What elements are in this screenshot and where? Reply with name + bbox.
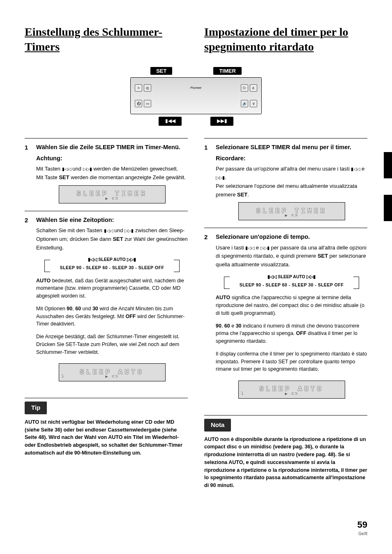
set-word: SET bbox=[318, 253, 328, 259]
it-tip-section: Nota AUTO non è disponibile durante la r… bbox=[204, 415, 367, 489]
de-tip-text: AUTO ist nicht verfügbar bei Wiederholun… bbox=[25, 418, 188, 457]
it-display-sleep-auto: SLEEP AUTO ⤵ ▶ ⊂⊃ bbox=[238, 381, 345, 399]
device-vol-btn: 🔊 bbox=[241, 100, 248, 107]
t: Mit Taste bbox=[36, 174, 59, 180]
side-tabs bbox=[384, 152, 392, 238]
label-set: SET bbox=[150, 67, 172, 75]
t: Mit Tasten bbox=[36, 166, 62, 172]
corner-icon: ⤵ bbox=[241, 390, 243, 397]
it-auto-text: AUTO significa che l'apparecchio si speg… bbox=[216, 294, 367, 317]
it-cycle-diagram: ▮◁◁ SLEEP AUTO ▷▷▮ SLEEP 90 - SLEEP 60 -… bbox=[216, 273, 367, 289]
corner-icon: ⤵ bbox=[62, 373, 64, 380]
n90: 90 bbox=[216, 323, 221, 329]
titles-row: Einstellung des Schlummer-Timers Imposta… bbox=[25, 25, 367, 55]
t: significa che l'apparecchio si spegne al… bbox=[216, 295, 364, 316]
t: Schalten Sie mit den Tasten bbox=[36, 227, 104, 233]
display-subicon: ▶ ⊂⊃ bbox=[285, 212, 298, 219]
it-numbers-text: 90, 60 e 30 indicano il numero di minuti… bbox=[216, 322, 367, 345]
language-code: Ge/It bbox=[358, 531, 367, 536]
prev-icon: ▮◁◁ bbox=[267, 274, 277, 279]
de-cycle-diagram: ▮◁◁ SLEEP AUTO ▷▷▮ SLEEP 90 - SLEEP 60 -… bbox=[36, 256, 188, 272]
t: werden die Menüzeilen gewechselt. bbox=[92, 166, 178, 172]
de-step2-title: Wählen Sie eine Zeitoption: bbox=[36, 215, 188, 225]
it-step-1: 1 Selezionare SLEEP TIMER dal menu per i… bbox=[204, 138, 367, 221]
page-number: 59 bbox=[357, 519, 367, 530]
title-right: Impostazione del timer per lo spegniment… bbox=[204, 25, 367, 55]
device-down-btn: ∨ bbox=[250, 100, 257, 107]
display-subicon: ▶ ⊂⊃ bbox=[105, 374, 118, 380]
column-italian: 1 Selezionare SLEEP TIMER dal menu per i… bbox=[204, 138, 367, 489]
de-auto-text: AUTO bedeutet, daß das Gerät ausgeschalt… bbox=[36, 277, 188, 300]
n30: 30 bbox=[92, 306, 98, 312]
t: e bbox=[360, 166, 364, 172]
it-display-sleep-timer: SLEEP TIMER ▶ ⊂⊃ bbox=[238, 202, 345, 220]
de-display-sleep-timer: SLEEP TIMER ▶ ⊂⊃ bbox=[59, 185, 166, 203]
content-columns: 1 Wählen Sie die Zeile SLEEP TIMER im Ti… bbox=[25, 138, 367, 489]
side-tab-2 bbox=[384, 195, 392, 221]
device-power-btn: ⏻ bbox=[135, 100, 142, 107]
display-subicon: ▶ ⊂⊃ bbox=[285, 391, 298, 397]
de-step1-subtitle: Achtung: bbox=[36, 154, 188, 163]
display-subicon: ▶ ⊂⊃ bbox=[105, 196, 118, 202]
prev-icon: ▮◁◁ bbox=[88, 257, 97, 262]
it-step1-subtitle: Ricordare: bbox=[216, 154, 367, 163]
it-step1-num: 1 bbox=[204, 143, 216, 221]
t: , bbox=[221, 323, 224, 329]
t: e bbox=[254, 245, 260, 251]
t: werden die momentan angezeigte Zeile gew… bbox=[69, 174, 186, 180]
set-word: SET bbox=[113, 236, 123, 242]
column-german: 1 Wählen Sie die Zeile SLEEP TIMER im Ti… bbox=[25, 138, 188, 489]
auto-label: AUTO bbox=[36, 278, 51, 284]
prev-icon: ▮◁◁ bbox=[62, 166, 71, 171]
de-step-2: 2 Wählen Sie eine Zeitoption: Schalten S… bbox=[25, 211, 188, 382]
label-timer: TIMER bbox=[213, 67, 241, 75]
de-step-1: 1 Wählen Sie die Zeile SLEEP TIMER im Ti… bbox=[25, 138, 188, 203]
next-icon: ▷▷▮ bbox=[125, 228, 134, 233]
de-numbers-text: Mit Optionen 90, 60 und 30 wird die Anza… bbox=[36, 305, 188, 328]
it-tip-text: AUTO non è disponibile durante la riprod… bbox=[204, 436, 367, 489]
sleep-auto-label: SLEEP AUTO bbox=[278, 274, 305, 279]
it-tail-text: Il display conferma che il timer per lo … bbox=[216, 350, 367, 373]
it-step1-title: Selezionare SLEEP TIMER dal menu per il … bbox=[216, 143, 367, 152]
n60: 60 bbox=[224, 323, 230, 329]
t: und bbox=[71, 166, 83, 172]
t: Mit Optionen bbox=[36, 306, 67, 312]
it-step2-title: Selezionare un'opzione di tempo. bbox=[216, 232, 367, 242]
de-tail-text: Die Anzeige bestätigt, daß der Schlummer… bbox=[36, 333, 188, 356]
prev-icon: ▮◁◁ bbox=[104, 228, 113, 233]
device-menu-btn: ≡ bbox=[135, 84, 142, 92]
set-word: SET bbox=[59, 174, 69, 180]
next-track-button: ▶▶▮ bbox=[210, 117, 233, 126]
side-tab-1 bbox=[384, 152, 392, 178]
n90: 90 bbox=[67, 306, 72, 312]
device-set-btn: ◎ bbox=[144, 84, 151, 92]
device-brand: Pioneer bbox=[190, 86, 202, 90]
de-step2-intro: Schalten Sie mit den Tasten ▮◁◁ und ▷▷▮ … bbox=[36, 226, 188, 252]
title-left: Einstellung des Schlummer-Timers bbox=[25, 25, 188, 55]
next-icon: ▷▷▮ bbox=[261, 245, 270, 250]
it-step1-body: Per passare da un'opzione all'altra del … bbox=[216, 165, 367, 199]
next-icon: ▷▷▮ bbox=[127, 257, 136, 262]
t: . bbox=[247, 192, 249, 198]
device-body: ≡ ◎ Pioneer ⏲ ∧ ⏻ ▭ 🔊 ∨ bbox=[130, 77, 262, 114]
de-tip-section: Tip AUTO ist nicht verfügbar bei Wiederh… bbox=[25, 398, 188, 457]
de-step2-num: 2 bbox=[25, 215, 36, 382]
t: und bbox=[81, 306, 92, 312]
de-display-sleep-auto: SLEEP AUTO ⤵ ▶ ⊂⊃ bbox=[59, 363, 166, 381]
t: . bbox=[225, 174, 226, 180]
device-up-btn: ∧ bbox=[250, 84, 257, 92]
prev-track-button: ▮◀◀ bbox=[159, 117, 182, 126]
device-display-btn: ▭ bbox=[144, 100, 151, 107]
it-step-2: 2 Selezionare un'opzione di tempo. Usare… bbox=[204, 228, 367, 399]
de-step1-body: Mit Tasten ▮◁◁ und ▷▷▮ werden die Menüze… bbox=[36, 165, 188, 182]
sleep-auto-label: SLEEP AUTO bbox=[98, 257, 125, 262]
next-icon: ▷▷▮ bbox=[83, 166, 92, 171]
prev-icon: ▮◁◁ bbox=[245, 245, 254, 250]
n60: 60 bbox=[75, 306, 81, 312]
it-step2-intro: Usare i tasti ▮◁◁ e ▷▷▮ per passare da u… bbox=[216, 244, 367, 269]
sleep-options: SLEEP 90 - SLEEP 60 - SLEEP 30 - SLEEP O… bbox=[60, 265, 164, 270]
it-step2-num: 2 bbox=[204, 232, 216, 399]
de-tip-label: Tip bbox=[25, 402, 47, 414]
de-step1-title: Wählen Sie die Zeile SLEEP TIMER im Time… bbox=[36, 143, 188, 152]
t: Usare i tasti bbox=[216, 245, 245, 251]
